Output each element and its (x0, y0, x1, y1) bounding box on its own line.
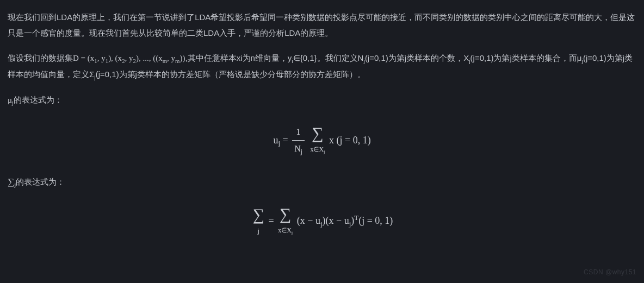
text-post3: (j=0,1)为第j类样本的集合，而μ (470, 53, 582, 62)
mid: )(x − u (323, 215, 349, 226)
var-D: D (73, 54, 79, 62)
fraction: 1Nj (292, 124, 305, 158)
cond: (j = 0, 1) (334, 134, 371, 145)
sub-j: j (253, 225, 264, 237)
sigma-icon: ∑ (280, 205, 291, 223)
tuple1-open: (x (88, 54, 95, 62)
tuple2-y: , y (125, 54, 133, 62)
sub-m: m (163, 58, 167, 64)
sigma-sub-text: x∈X (278, 227, 292, 234)
text-post1b: ∈{0,1}。我们定义N (293, 53, 364, 62)
var-x: x (329, 134, 334, 145)
sigma-icon: ∑ (312, 124, 323, 142)
eq: = (79, 54, 88, 62)
sub-mb: m (175, 58, 179, 64)
tuplem-close: )) (180, 54, 185, 62)
paragraph-dataset: 假设我们的数据集D = (x1, y1), (x2, y2), ..., ((x… (8, 51, 636, 83)
denominator: Nj (292, 141, 305, 158)
text: 的表达式为： (14, 95, 63, 104)
text-post1: ,其中任意样本xi为n维向量，y (185, 53, 292, 62)
tuple1-y: , y (97, 54, 106, 62)
sub-j: j (292, 230, 293, 236)
text-post2: (j=0,1)为第j类样本的个数，X (365, 53, 469, 62)
sub-j: j (301, 148, 302, 155)
eq: = (280, 134, 290, 145)
paragraph-sigma-label: ∑j的表达式为： (8, 173, 636, 191)
formula-mu: uj = 1Nj ∑x∈Xj x (j = 0, 1) (8, 124, 636, 158)
sigma-sym: ∑ (8, 177, 14, 187)
sigma-sub: x∈Xj (310, 143, 325, 156)
cond: (j = 0, 1) (358, 215, 393, 226)
numerator: 1 (292, 124, 305, 141)
sigma-left: ∑j (253, 206, 264, 237)
text: 假设我们的数据集 (8, 53, 73, 62)
tuplem-y: , y (167, 54, 175, 62)
formula-sigma: ∑j = ∑x∈Xj (x − uj)(x − uj)T(j = 0, 1) (8, 206, 636, 237)
text: 的表达式为： (16, 177, 65, 186)
sup-T: T (354, 213, 358, 222)
sigma: ∑x∈Xj (310, 125, 325, 156)
text: 现在我们回到LDA的原理上，我们在第一节说讲到了LDA希望投影后希望同一种类别数… (8, 12, 635, 37)
open: (x − u (297, 215, 320, 226)
sigma-icon: ∑ (253, 205, 264, 223)
mu: μ (8, 96, 12, 104)
sigma-sub: x∈Xj (278, 224, 293, 237)
watermark: CSDN @why151 (584, 266, 636, 279)
var-N: N (294, 144, 301, 153)
eq: = (269, 215, 277, 226)
tuple2-open: ), (x (108, 54, 122, 62)
text-post5: (j=0,1)为第j类样本的协方差矩阵（严格说是缺少分母部分的协方差矩阵）。 (96, 70, 366, 79)
tuplem-open: ), ..., ((x (136, 54, 163, 62)
sigma-sub-text: x∈X (310, 146, 324, 153)
paragraph-mu-label: μj的表达式为： (8, 92, 636, 109)
paragraph-intro: 现在我们回到LDA的原理上，我们在第一节说讲到了LDA希望投影后希望同一种类别数… (8, 10, 636, 41)
sub-j: j (324, 149, 325, 155)
sigma-right: ∑x∈Xj (278, 206, 293, 237)
